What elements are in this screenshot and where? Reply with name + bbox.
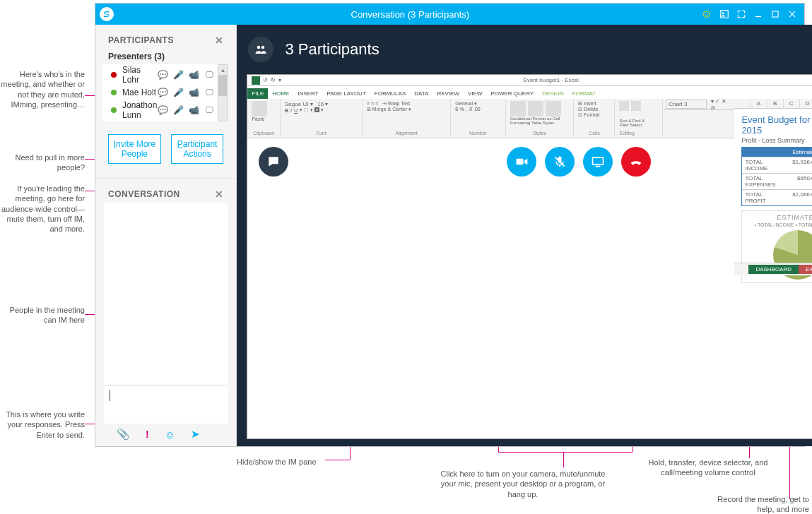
window-title: Conversation (3 Participants)	[119, 9, 701, 20]
presence-dot-icon	[111, 107, 117, 113]
annotation-device: Hold, transfer, device selector, and cal…	[645, 458, 772, 478]
sheet-tab[interactable]: EXPENSES	[799, 265, 812, 274]
scrollbar[interactable]: ▲	[218, 64, 228, 121]
annotation-im-toggle: Hide/show the IM pane	[237, 457, 357, 467]
mute-button[interactable]	[545, 147, 575, 177]
close-icon[interactable]	[784, 6, 800, 22]
im-icon: 💬	[157, 88, 168, 97]
stage-title: 3 Participants	[285, 40, 812, 59]
priority-icon[interactable]: !	[146, 429, 149, 440]
svg-rect-11	[516, 159, 523, 165]
app-logo	[100, 7, 114, 21]
hangup-button[interactable]	[621, 147, 651, 177]
skype-window: Conversation (3 Participants) ☺ PARTICIP…	[95, 4, 804, 446]
titlebar: Conversation (3 Participants) ☺	[95, 4, 804, 25]
video-button[interactable]	[507, 147, 536, 177]
presenters-label: Presenters (3)	[95, 49, 236, 64]
conversation-header: CONVERSATION ✕	[95, 179, 236, 203]
call-control-bar	[247, 138, 812, 185]
close-participants-icon[interactable]: ✕	[215, 35, 224, 46]
minimize-icon[interactable]	[751, 6, 766, 22]
left-pane: PARTICIPANTS ✕ Presenters (3) Silas Lohr…	[95, 25, 237, 446]
emoji-picker-icon[interactable]: ☺	[165, 429, 175, 441]
participant-row[interactable]: Silas Lohr 💬 🎤̸ 📹 🖵	[102, 66, 218, 83]
mic-muted-icon: 🎤̸	[172, 88, 184, 97]
excel-ribbon-tabs: FILE HOME INSERT PAGE LAYOUT FORMULAS DA…	[247, 86, 812, 99]
screen-icon: 🖵	[204, 88, 215, 97]
message-area	[104, 203, 228, 385]
maximize-icon[interactable]	[767, 6, 783, 22]
screen-icon: 🖵	[204, 70, 215, 80]
svg-rect-0	[721, 11, 729, 18]
excel-ribbon: PasteClipboard Segoe UI ▾ 16 ▾B I U ▾ ⬚ …	[247, 99, 812, 138]
svg-rect-3	[772, 11, 778, 17]
svg-rect-14	[592, 157, 603, 165]
excel-summary-table: EstimatedActual TOTAL INCOME$1,936.00$1,…	[741, 147, 812, 206]
im-icon: 💬	[157, 70, 168, 80]
sheet-tab[interactable]: DASHBOARD	[748, 265, 799, 274]
svg-point-6	[257, 46, 261, 49]
participants-header: PARTICIPANTS ✕	[95, 25, 236, 49]
annotation-call-controls: Click here to turn on your camera, mute/…	[435, 469, 611, 499]
participant-row[interactable]: Jonathon Lunn 💬 🎤̸ 📹 🖵	[102, 102, 218, 119]
mic-muted-icon: 🎤̸	[172, 105, 184, 115]
shared-screen-excel: ↺↻▾ Event budget1 - Excel CHART TOOLS Le…	[247, 74, 812, 439]
close-conversation-icon[interactable]: ✕	[215, 189, 224, 200]
video-icon: 📹	[188, 70, 199, 80]
presence-dot-icon	[111, 72, 117, 78]
video-icon: 📹	[188, 105, 199, 115]
mic-muted-icon: 🎤̸	[172, 70, 184, 80]
svg-point-7	[261, 46, 265, 49]
present-button[interactable]	[583, 147, 613, 177]
stage-pane: 3 Participants 1:17 ↺↻▾ Event budget1 - …	[237, 25, 812, 446]
presence-dot-icon	[111, 90, 117, 95]
emoji-icon[interactable]: ☺	[701, 8, 712, 20]
message-input[interactable]	[104, 385, 228, 424]
contacts-icon[interactable]	[717, 6, 732, 22]
attach-icon[interactable]: 📎	[117, 428, 130, 441]
svg-point-1	[722, 13, 724, 14]
annotation-invite: Need to pull in more people?	[0, 153, 85, 173]
annotation-im-area: People in the meeting can IM here	[0, 305, 85, 325]
excel-sheet-tabs: DASHBOARD EXPENSES INCOME	[734, 263, 812, 275]
annotation-participants: Here's who's in the meeting, and whether…	[0, 69, 85, 109]
annotation-more: Record the meeting, get to help, and mor…	[700, 494, 809, 514]
send-icon[interactable]: ➤	[191, 428, 200, 441]
video-icon: 📹	[188, 88, 199, 97]
participant-row[interactable]: Mae Holt 💬 🎤̸ 📹 🖵	[102, 84, 218, 101]
im-toggle-button[interactable]	[259, 147, 288, 177]
screen-icon: 🖵	[204, 105, 215, 115]
annotation-input: This is where you write your responses. …	[0, 410, 85, 440]
excel-logo-icon	[252, 76, 260, 85]
excel-report-title: Event Budget for Sales Meeting Boondoggl…	[734, 109, 812, 137]
im-icon: 💬	[157, 105, 168, 115]
participant-actions-button[interactable]: Participant Actions	[171, 134, 224, 164]
participant-list: Silas Lohr 💬 🎤̸ 📹 🖵 Mae Holt 💬	[102, 64, 218, 121]
fullscreen-icon[interactable]	[734, 6, 749, 22]
annotation-actions: If you're leading the meeting, go here f…	[0, 184, 85, 234]
roster-toggle-button[interactable]	[248, 37, 273, 62]
invite-more-button[interactable]: Invite More People	[108, 134, 161, 164]
